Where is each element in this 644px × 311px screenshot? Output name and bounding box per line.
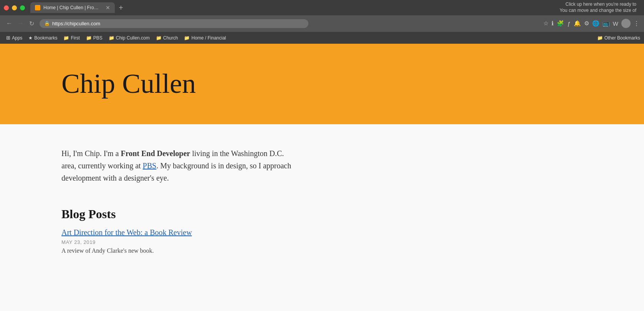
nav-buttons: ← → ↻ [5, 19, 36, 28]
chipcullen-folder-icon: 📁 [109, 35, 114, 41]
blog-post-date: MAY 23, 2019 [61, 239, 583, 245]
chipcullen-folder[interactable]: 📁 Chip Cullen.com [106, 35, 152, 41]
maximize-window-button[interactable] [20, 5, 25, 10]
traffic-lights [4, 5, 25, 10]
reload-button[interactable]: ↻ [28, 19, 36, 28]
settings-icon[interactable]: ⚙ [584, 20, 589, 27]
intro-bold-text: Front End Developer [121, 149, 190, 158]
forward-button[interactable]: → [16, 19, 25, 28]
home-financial-icon: 📁 [184, 35, 190, 41]
bookmarks-label: Bookmarks [34, 35, 57, 41]
top-right-hint: Click up here when you're ready to You c… [556, 0, 640, 15]
pbs-folder-icon: 📁 [86, 35, 92, 41]
active-tab[interactable]: Home | Chip Cullen | Front End… ✕ [30, 2, 115, 13]
notification-icon[interactable]: 🔔 [574, 20, 581, 27]
home-financial-folder[interactable]: 📁 Home / Financial [182, 35, 228, 41]
title-bar: Home | Chip Cullen | Front End… ✕ + Clic… [0, 0, 644, 15]
intro-paragraph: Hi, I'm Chip. I'm a Front End Developer … [61, 147, 300, 184]
apps-icon: ⊞ [6, 35, 10, 41]
wordpress-icon[interactable]: W [613, 20, 618, 27]
home-financial-label: Home / Financial [191, 35, 226, 41]
folder-icon-right: 📁 [597, 35, 603, 41]
blog-section: Blog Posts Art Direction for the Web: a … [61, 207, 583, 254]
url-bar[interactable]: 🔒 https://chipcullen.com [40, 19, 308, 28]
toolbar-right: ☆ ℹ 🧩 ƒ 🔔 ⚙ 🌐 📺 W ⋮ [543, 19, 639, 28]
other-bookmarks[interactable]: 📁 Other Bookmarks [597, 35, 640, 41]
chipcullen-label: Chip Cullen.com [116, 35, 150, 41]
church-folder[interactable]: 📁 Church [154, 35, 180, 41]
first-folder[interactable]: 📁 First [61, 35, 82, 41]
blog-post-item: Art Direction for the Web: a Book Review… [61, 228, 583, 254]
star-bookmark-icon: ★ [28, 35, 33, 41]
intro-text-before: Hi, I'm Chip. I'm a [61, 149, 121, 158]
pbs-folder[interactable]: 📁 PBS [84, 35, 105, 41]
url-text: https://chipcullen.com [52, 21, 304, 26]
apps-label: Apps [12, 35, 22, 41]
close-window-button[interactable] [4, 5, 9, 10]
cast-icon[interactable]: 📺 [603, 20, 610, 27]
star-icon[interactable]: ☆ [543, 20, 548, 27]
pbs-label: PBS [93, 35, 103, 41]
pbs-link[interactable]: PBS [143, 161, 157, 170]
translate-icon[interactable]: 🌐 [592, 20, 599, 27]
other-bookmarks-label: Other Bookmarks [604, 35, 640, 41]
info-icon[interactable]: ℹ [551, 20, 554, 27]
bookmarks-bar: ⊞ Apps ★ Bookmarks 📁 First 📁 PBS 📁 Chip … [0, 31, 644, 44]
profile-avatar[interactable] [621, 19, 631, 28]
first-folder-icon: 📁 [63, 35, 69, 41]
new-tab-button[interactable]: + [115, 2, 127, 13]
tab-title: Home | Chip Cullen | Front End… [43, 5, 101, 10]
first-label: First [71, 35, 79, 41]
menu-icon[interactable]: ⋮ [634, 20, 639, 27]
extensions-icon[interactable]: 🧩 [557, 20, 564, 27]
tabs-area: Home | Chip Cullen | Front End… ✕ + [30, 2, 556, 13]
tab-favicon [35, 5, 40, 10]
browser-chrome: Home | Chip Cullen | Front End… ✕ + Clic… [0, 0, 644, 44]
site-title: Chip Cullen [61, 69, 196, 99]
blog-post-excerpt: A review of Andy Clarke's new book. [61, 247, 583, 254]
tab-close-button[interactable]: ✕ [106, 5, 110, 11]
apps-bookmark[interactable]: ⊞ Apps [4, 34, 25, 41]
site-header: Chip Cullen [0, 44, 644, 124]
website-content: Chip Cullen Hi, I'm Chip. I'm a Front En… [0, 44, 644, 311]
back-button[interactable]: ← [5, 19, 14, 28]
lock-icon: 🔒 [44, 21, 50, 26]
address-bar: ← → ↻ 🔒 https://chipcullen.com ☆ ℹ 🧩 ƒ 🔔… [0, 15, 644, 31]
church-label: Church [163, 35, 178, 41]
church-folder-icon: 📁 [156, 35, 162, 41]
scripting-icon[interactable]: ƒ [567, 20, 570, 27]
blog-section-title: Blog Posts [61, 207, 583, 221]
blog-post-link[interactable]: Art Direction for the Web: a Book Review [61, 228, 583, 237]
minimize-window-button[interactable] [12, 5, 17, 10]
site-body: Hi, I'm Chip. I'm a Front End Developer … [0, 124, 644, 277]
bookmarks-folder[interactable]: ★ Bookmarks [26, 35, 60, 41]
